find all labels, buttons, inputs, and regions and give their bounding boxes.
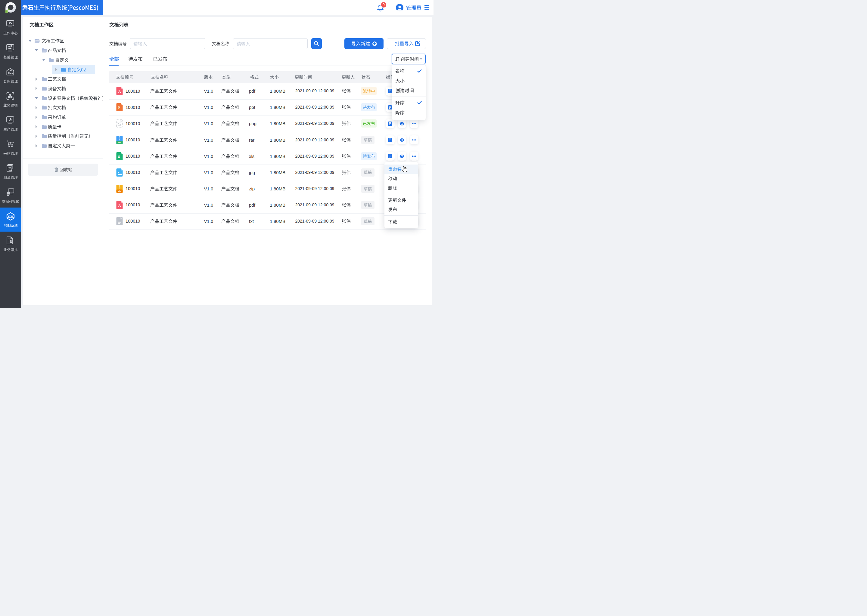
svg-text:rar: rar (118, 141, 121, 143)
svg-text:P: P (117, 106, 120, 110)
svg-text:PDM: PDM (8, 215, 13, 218)
svg-text:X: X (117, 155, 120, 159)
svg-text:zip: zip (118, 190, 121, 193)
